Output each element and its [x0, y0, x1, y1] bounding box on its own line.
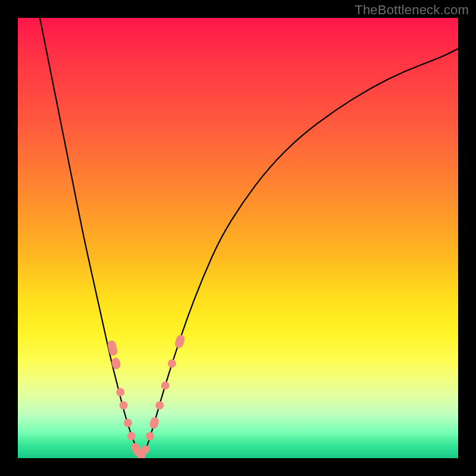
marker-dot-4 — [124, 419, 132, 427]
marker-pill-11 — [149, 416, 160, 430]
marker-dot-5 — [127, 432, 136, 440]
marker-pill-0 — [107, 340, 118, 356]
marker-dot-7 — [133, 447, 142, 456]
marker-dot-14 — [168, 359, 176, 368]
chart-frame: TheBottleneck.com — [0, 0, 476, 476]
marker-layer — [18, 18, 458, 458]
marker-dot-6 — [131, 443, 140, 452]
attribution-watermark: TheBottleneck.com — [355, 2, 469, 18]
plot-area — [18, 18, 458, 458]
marker-dot-9 — [142, 445, 150, 453]
marker-dot-13 — [161, 381, 170, 390]
marker-pill-1 — [111, 357, 121, 370]
marker-dot-10 — [146, 432, 154, 440]
curve-left-branch — [40, 18, 141, 458]
marker-pill-8 — [135, 449, 147, 458]
marker-pill-15 — [174, 334, 186, 349]
marker-dot-12 — [155, 401, 164, 409]
marker-dot-2 — [116, 388, 124, 396]
marker-dot-3 — [120, 401, 128, 409]
curve-right-branch — [141, 49, 458, 458]
curve-layer — [18, 18, 458, 458]
